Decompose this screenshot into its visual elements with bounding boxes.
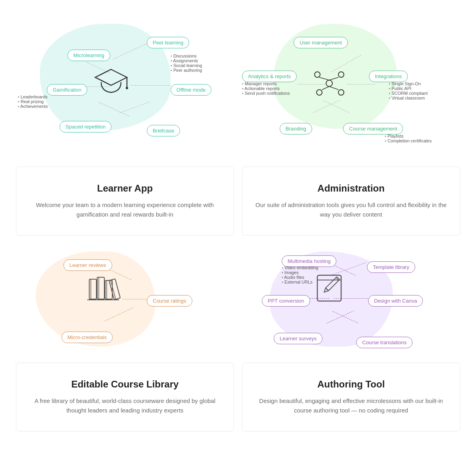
learner-app-diagram: Peer learning Microlearning Offline mode… bbox=[16, 8, 234, 155]
tag-briefcase[interactable]: Briefcase bbox=[147, 125, 180, 136]
bullets-integrations: Single Sign-On Public API SCORM complian… bbox=[389, 81, 428, 100]
svg-point-7 bbox=[317, 90, 322, 95]
tag-peer-learning[interactable]: Peer learning bbox=[147, 37, 189, 48]
administration-title: Administration bbox=[254, 183, 448, 194]
svg-line-10 bbox=[329, 86, 338, 90]
bottom-sections: Learner reviews Course ratings Micro-cre… bbox=[16, 247, 460, 351]
tag-spaced-repetition[interactable]: Spaced repetition bbox=[60, 121, 111, 132]
administration-card: Administration Our suite of administrati… bbox=[242, 167, 460, 236]
tag-offline-mode[interactable]: Offline mode bbox=[171, 84, 211, 96]
grad-cap-icon bbox=[91, 65, 131, 99]
svg-rect-18 bbox=[109, 279, 120, 299]
books-icon bbox=[85, 273, 121, 307]
svg-marker-0 bbox=[95, 69, 127, 85]
editable-library-card: Editable Course Library A free library o… bbox=[16, 363, 234, 432]
tag-design-canva[interactable]: Design with Canva bbox=[368, 295, 423, 307]
authoring-tool-desc: Design beautiful, engaging and effective… bbox=[254, 396, 448, 415]
tag-learner-surveys[interactable]: Learner surveys bbox=[274, 333, 322, 344]
pencil-icon bbox=[313, 271, 349, 309]
editable-library-desc: A free library of beautiful, world-class… bbox=[28, 396, 222, 415]
authoring-tool-card: Authoring Tool Design beautiful, engagin… bbox=[242, 363, 460, 432]
bullets-course: Playlists Completion certificates bbox=[385, 134, 432, 143]
line-integrations bbox=[347, 84, 375, 84]
editable-library-title: Editable Course Library bbox=[28, 379, 222, 390]
bottom-info-cards: Editable Course Library A free library o… bbox=[16, 363, 460, 432]
bullets-multimedia: Video embedding Images Audio files Exter… bbox=[282, 265, 318, 284]
svg-point-2 bbox=[126, 87, 128, 89]
svg-line-9 bbox=[329, 77, 338, 80]
tag-ppt-conversion[interactable]: PPT conversion bbox=[262, 295, 310, 307]
library-diagram: Learner reviews Course ratings Micro-cre… bbox=[16, 247, 234, 351]
info-cards-row: Learner App Welcome your team to a moder… bbox=[16, 167, 460, 236]
svg-rect-14 bbox=[97, 277, 104, 299]
svg-rect-12 bbox=[89, 279, 96, 299]
svg-line-8 bbox=[319, 77, 329, 80]
bullets-analytics: Manager reports Actionable reports Send … bbox=[242, 81, 290, 96]
tag-course-ratings[interactable]: Course ratings bbox=[147, 295, 192, 307]
tag-course-translations[interactable]: Course translations bbox=[356, 337, 413, 348]
tag-branding[interactable]: Branding bbox=[280, 123, 312, 134]
tag-analytics[interactable]: Analytics & reports bbox=[242, 71, 297, 82]
administration-desc: Our suite of administration tools gives … bbox=[254, 200, 448, 219]
line-offline bbox=[131, 85, 171, 86]
tag-gamification[interactable]: Gamification bbox=[47, 84, 87, 96]
tag-template-library[interactable]: Template library bbox=[367, 261, 415, 273]
main-container: Peer learning Microlearning Offline mode… bbox=[0, 0, 476, 439]
bullets-gamification: Leaderboards Real prizing Achievements bbox=[18, 94, 48, 109]
tag-course-management[interactable]: Course management bbox=[343, 123, 403, 134]
authoring-tool-title: Authoring Tool bbox=[254, 379, 448, 390]
tag-integrations[interactable]: Integrations bbox=[369, 71, 408, 82]
learner-app-card: Learner App Welcome your team to a moder… bbox=[16, 167, 234, 236]
learner-app-desc: Welcome your team to a modern learning e… bbox=[28, 200, 222, 219]
network-icon bbox=[311, 67, 347, 102]
svg-line-11 bbox=[322, 86, 329, 90]
learner-app-title: Learner App bbox=[28, 183, 222, 194]
authoring-diagram: Multimedia hosting Template library PPT … bbox=[242, 247, 460, 351]
tag-user-management[interactable]: User management bbox=[294, 37, 348, 48]
svg-point-6 bbox=[338, 90, 344, 95]
svg-point-4 bbox=[315, 72, 320, 77]
tag-micro-credentials[interactable]: Micro-credentials bbox=[61, 332, 113, 343]
svg-point-5 bbox=[338, 72, 344, 77]
svg-marker-24 bbox=[323, 288, 328, 293]
tag-learner-reviews[interactable]: Learner reviews bbox=[63, 259, 112, 271]
admin-diagram: User management Analytics & reports Inte… bbox=[242, 8, 460, 155]
top-sections: Peer learning Microlearning Offline mode… bbox=[16, 8, 460, 155]
svg-point-3 bbox=[326, 80, 332, 86]
tag-microlearning[interactable]: Microlearning bbox=[67, 50, 110, 61]
bullets-peer: Discussions Assignments Social learning … bbox=[171, 54, 202, 73]
